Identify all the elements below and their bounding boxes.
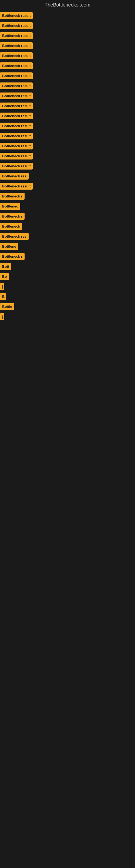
bottleneck-badge[interactable]: Bottlenec: [0, 203, 20, 210]
bottleneck-badge[interactable]: Bottleneck res: [0, 233, 29, 240]
bottleneck-badge[interactable]: Bottleneck r: [0, 213, 25, 220]
list-item: Bottleneck result: [0, 51, 135, 61]
bottleneck-badge[interactable]: Bo: [0, 273, 9, 280]
bottleneck-badge[interactable]: Bottlene: [0, 243, 18, 250]
list-item: Bottleneck res: [0, 231, 135, 241]
list-item: Bottleneck result: [0, 151, 135, 161]
bottleneck-badge[interactable]: Bottleneck result: [0, 42, 33, 49]
list-item: Bottleneck result: [0, 141, 135, 151]
list-item: Bottleneck: [0, 221, 135, 231]
list-item: Bottleneck res: [0, 171, 135, 181]
list-item: Bottleneck result: [0, 111, 135, 121]
bottleneck-badge[interactable]: Bottleneck result: [0, 83, 33, 89]
bottleneck-badge[interactable]: Bottleneck r: [0, 253, 25, 260]
list-item: Bottleneck result: [0, 41, 135, 51]
bottleneck-badge[interactable]: Bottleneck result: [0, 32, 33, 39]
bottleneck-badge[interactable]: Bottleneck result: [0, 62, 33, 69]
list-item: Bottleneck result: [0, 31, 135, 41]
bottleneck-badge[interactable]: Bottleneck result: [0, 22, 33, 29]
list-item: Bottleneck result: [0, 61, 135, 71]
list-item: Bottleneck result: [0, 131, 135, 141]
bottleneck-badge[interactable]: Bottleneck result: [0, 12, 33, 19]
bottleneck-badge[interactable]: Bottleneck result: [0, 183, 33, 190]
list-item: Bottleneck result: [0, 21, 135, 31]
bottleneck-badge[interactable]: Bottleneck result: [0, 143, 33, 150]
list-item: |: [0, 312, 135, 322]
list-item: Bottleneck r: [0, 191, 135, 201]
bottleneck-badge[interactable]: Bottleneck res: [0, 173, 29, 180]
list-item: |: [0, 282, 135, 291]
list-item: B: [0, 291, 135, 302]
bottleneck-badge[interactable]: Bottle: [0, 303, 14, 310]
items-container: Bottleneck resultBottleneck resultBottle…: [0, 10, 135, 322]
list-item: Bottleneck result: [0, 71, 135, 81]
site-title: TheBottlenecker.com: [0, 0, 135, 10]
bottleneck-badge[interactable]: |: [0, 313, 4, 320]
bottleneck-badge[interactable]: Bottleneck result: [0, 153, 33, 159]
bottleneck-badge[interactable]: Bottleneck result: [0, 52, 33, 59]
list-item: Bottlene: [0, 241, 135, 251]
list-item: Bottleneck r: [0, 251, 135, 261]
list-item: Bo: [0, 272, 135, 282]
list-item: Bottlenec: [0, 201, 135, 211]
list-item: Bottle: [0, 302, 135, 312]
bottleneck-badge[interactable]: Bottleneck result: [0, 123, 33, 129]
bottleneck-badge[interactable]: Bottleneck result: [0, 93, 33, 99]
list-item: Bottleneck result: [0, 10, 135, 21]
bottleneck-badge[interactable]: Bottleneck result: [0, 72, 33, 79]
bottleneck-badge[interactable]: Bott: [0, 263, 11, 270]
bottleneck-badge[interactable]: |: [0, 283, 4, 290]
list-item: Bottleneck r: [0, 211, 135, 221]
bottleneck-badge[interactable]: Bottleneck result: [0, 133, 33, 140]
list-item: Bottleneck result: [0, 91, 135, 101]
bottleneck-badge[interactable]: Bottleneck result: [0, 113, 33, 119]
list-item: Bott: [0, 261, 135, 272]
bottleneck-badge[interactable]: Bottleneck r: [0, 193, 25, 199]
list-item: Bottleneck result: [0, 181, 135, 191]
bottleneck-badge[interactable]: Bottleneck result: [0, 102, 33, 109]
list-item: Bottleneck result: [0, 81, 135, 91]
bottleneck-badge[interactable]: Bottleneck: [0, 223, 22, 230]
bottleneck-badge[interactable]: Bottleneck result: [0, 163, 33, 169]
list-item: Bottleneck result: [0, 101, 135, 111]
list-item: Bottleneck result: [0, 161, 135, 171]
bottleneck-badge[interactable]: B: [0, 293, 6, 300]
list-item: Bottleneck result: [0, 121, 135, 131]
